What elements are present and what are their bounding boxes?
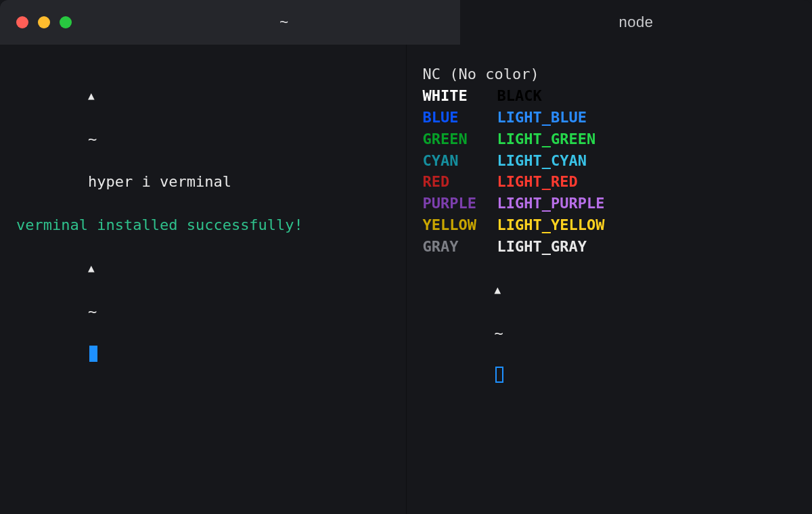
window-controls: [0, 0, 108, 45]
tab-node[interactable]: node: [460, 0, 812, 45]
color-name: LIGHT_GRAY: [497, 236, 587, 258]
terminal-window: ~ node ▲ ~ hyper i verminal verminal ins…: [0, 0, 812, 514]
color-table: WHITEBLACKBLUELIGHT_BLUEGREENLIGHT_GREEN…: [423, 85, 796, 258]
color-row: BLUELIGHT_BLUE: [423, 107, 796, 128]
color-name: GREEN: [423, 128, 497, 150]
color-name: RED: [423, 171, 497, 193]
color-name: YELLOW: [423, 214, 497, 236]
color-name: LIGHT_RED: [497, 171, 578, 193]
zoom-icon[interactable]: [60, 16, 72, 28]
prompt-path: ~: [88, 301, 97, 323]
prompt-path: ~: [88, 128, 97, 150]
color-name: GRAY: [423, 236, 497, 258]
color-row: GRAYLIGHT_GRAY: [423, 236, 796, 258]
tab-home[interactable]: ~: [108, 0, 460, 45]
color-name: CYAN: [423, 150, 497, 172]
color-header: NC (No color): [423, 64, 796, 85]
color-row: PURPLELIGHT_PURPLE: [423, 193, 796, 214]
prompt-line: ▲ ~: [16, 236, 390, 387]
color-row: YELLOWLIGHT_YELLOW: [423, 214, 796, 236]
pane-right[interactable]: NC (No color) WHITEBLACKBLUELIGHT_BLUEGR…: [407, 45, 813, 514]
color-name: BLACK: [497, 85, 542, 107]
prompt-path: ~: [494, 323, 503, 344]
close-icon[interactable]: [16, 16, 28, 28]
color-row: CYANLIGHT_CYAN: [423, 150, 796, 172]
color-name: LIGHT_GREEN: [497, 128, 596, 150]
color-name: LIGHT_PURPLE: [497, 193, 605, 214]
color-row: REDLIGHT_RED: [423, 171, 796, 193]
color-name: LIGHT_YELLOW: [497, 214, 605, 236]
command-text: hyper i verminal: [88, 173, 231, 190]
color-row: GREENLIGHT_GREEN: [423, 128, 796, 150]
prompt-symbol-icon: ▲: [88, 260, 95, 276]
titlebar: ~ node: [0, 0, 812, 45]
color-name: BLUE: [423, 107, 497, 128]
prompt-line: ▲ ~: [423, 258, 796, 408]
split-panes: ▲ ~ hyper i verminal verminal installed …: [0, 45, 812, 514]
tab-bar: ~ node: [108, 0, 812, 45]
minimize-icon[interactable]: [38, 16, 50, 28]
prompt-line: ▲ ~ hyper i verminal: [16, 64, 390, 214]
color-name: PURPLE: [423, 193, 497, 214]
pane-left[interactable]: ▲ ~ hyper i verminal verminal installed …: [0, 45, 407, 514]
cursor-icon: [89, 346, 97, 362]
output-success: verminal installed successfully!: [16, 214, 390, 236]
color-name: LIGHT_CYAN: [497, 150, 587, 172]
cursor-icon: [495, 367, 503, 383]
prompt-symbol-icon: ▲: [494, 282, 501, 298]
prompt-symbol-icon: ▲: [88, 88, 95, 103]
color-name: WHITE: [423, 85, 497, 107]
color-name: LIGHT_BLUE: [497, 107, 587, 128]
color-row: WHITEBLACK: [423, 85, 796, 107]
